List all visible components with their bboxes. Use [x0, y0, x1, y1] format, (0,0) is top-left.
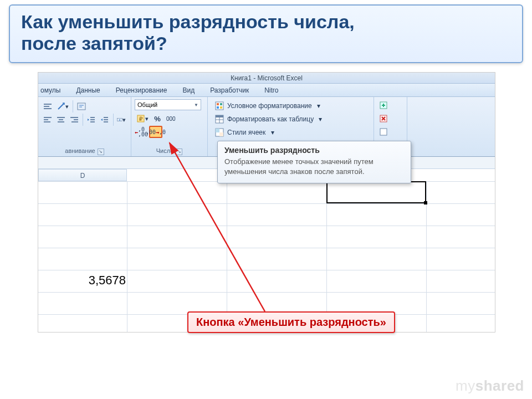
- number-format-select[interactable]: Общий ▼: [135, 99, 201, 110]
- accounting-format-btn[interactable]: ₽▾: [135, 112, 150, 125]
- watermark: myshared: [456, 377, 524, 395]
- callout-label: Кнопка «Уменьшить разрядность»: [187, 311, 395, 333]
- fmt-table-label: Форматировать как таблицу: [227, 115, 314, 123]
- svg-rect-5: [44, 119, 48, 120]
- tab-formulas[interactable]: омулы: [40, 86, 60, 94]
- active-cell[interactable]: [326, 181, 426, 203]
- svg-rect-4: [44, 117, 52, 118]
- cell-value-d: 3,5678: [38, 273, 126, 288]
- tab-review[interactable]: Рецензирование: [116, 86, 167, 94]
- chevron-down-icon: ▼: [194, 103, 198, 108]
- number-format-value: Общий: [137, 101, 157, 108]
- tab-developer[interactable]: Разработчик: [210, 86, 249, 94]
- svg-rect-2: [44, 108, 52, 109]
- delete-cells-btn[interactable]: [377, 112, 390, 125]
- window-caption: Книга1 - Microsoft Excel: [38, 73, 495, 84]
- group-alignment: ▾ a▾ авнивание↘: [38, 97, 131, 156]
- align-btn-1[interactable]: [42, 100, 54, 112]
- svg-rect-20: [217, 106, 219, 109]
- group-alignment-label: авнивание: [65, 147, 95, 154]
- tab-nitro[interactable]: Nitro: [264, 86, 278, 94]
- comma-format-btn[interactable]: 000: [165, 112, 177, 125]
- svg-rect-29: [380, 129, 387, 135]
- alignment-dialog-icon[interactable]: ↘: [98, 149, 104, 155]
- svg-rect-26: [219, 132, 223, 136]
- svg-rect-1: [44, 106, 49, 107]
- group-number-label: Число: [156, 147, 174, 154]
- indent-dec-btn[interactable]: [85, 114, 98, 126]
- tab-data[interactable]: Данные: [76, 86, 100, 94]
- number-dialog-icon[interactable]: ↘: [176, 149, 182, 155]
- tooltip-body: Отображение менее точных значений путем …: [224, 157, 404, 176]
- svg-rect-10: [70, 117, 78, 118]
- tab-view[interactable]: Вид: [182, 86, 195, 94]
- svg-rect-6: [44, 121, 50, 122]
- cond-fmt-label: Условное форматирование: [227, 102, 312, 110]
- worksheet-grid[interactable]: D 3,5678: [38, 169, 495, 332]
- svg-text:a: a: [119, 118, 121, 121]
- svg-rect-9: [58, 121, 64, 122]
- merge-btn[interactable]: a▾: [115, 114, 127, 126]
- svg-rect-12: [71, 121, 78, 122]
- percent-format-btn[interactable]: %: [151, 112, 163, 125]
- indent-inc-btn[interactable]: [99, 114, 111, 126]
- watermark-a: my: [456, 377, 475, 394]
- format-cells-btn[interactable]: [377, 126, 390, 138]
- svg-rect-25: [216, 129, 219, 132]
- svg-rect-18: [217, 103, 219, 105]
- tooltip-decrease-decimal: Уменьшить разрядность Отображение менее …: [217, 141, 411, 183]
- watermark-b: shared: [475, 377, 524, 394]
- insert-cells-btn[interactable]: [377, 99, 390, 111]
- cell-styles-btn[interactable]: Стили ячеек ▾: [211, 126, 370, 139]
- align-left-btn[interactable]: [42, 114, 54, 126]
- orientation-btn[interactable]: ▾: [55, 100, 70, 112]
- svg-rect-7: [57, 117, 65, 118]
- cond-fmt-icon: [215, 101, 224, 110]
- column-header-d[interactable]: D: [38, 169, 127, 181]
- ribbon-tabs: омулы Данные Рецензирование Вид Разработ…: [38, 84, 495, 97]
- table-icon: [215, 115, 224, 124]
- group-number: Общий ▼ ₽▾ % 000 ←,0,00 ,00→,0 Число↘: [131, 97, 208, 156]
- align-center-btn[interactable]: [55, 114, 67, 126]
- slide-title-line1: Как уменьшить разрядность числа,: [21, 11, 511, 33]
- wrap-text-btn[interactable]: [75, 100, 88, 112]
- slide-title-line2: после запятой?: [21, 33, 511, 54]
- excel-screenshot: Книга1 - Microsoft Excel омулы Данные Ре…: [38, 72, 495, 332]
- decrease-decimal-btn[interactable]: ,00→,0: [149, 126, 162, 138]
- conditional-formatting-btn[interactable]: Условное форматирование ▾: [211, 99, 370, 112]
- svg-rect-11: [74, 119, 78, 120]
- format-as-table-btn[interactable]: Форматировать как таблицу ▾: [211, 112, 370, 126]
- svg-text:₽: ₽: [139, 116, 143, 122]
- svg-rect-0: [44, 104, 52, 105]
- svg-rect-21: [220, 106, 222, 109]
- callout-text: Кнопка «Уменьшить разрядность»: [196, 316, 386, 328]
- cell-styles-icon: [215, 128, 224, 137]
- svg-rect-8: [59, 119, 63, 120]
- align-right-btn[interactable]: [68, 114, 80, 126]
- slide-title: Как уменьшить разрядность числа, после з…: [9, 4, 523, 63]
- svg-rect-19: [220, 103, 222, 105]
- tooltip-title: Уменьшить разрядность: [224, 146, 404, 155]
- svg-rect-3: [78, 103, 85, 110]
- cell-styles-label: Стили ячеек: [227, 129, 265, 136]
